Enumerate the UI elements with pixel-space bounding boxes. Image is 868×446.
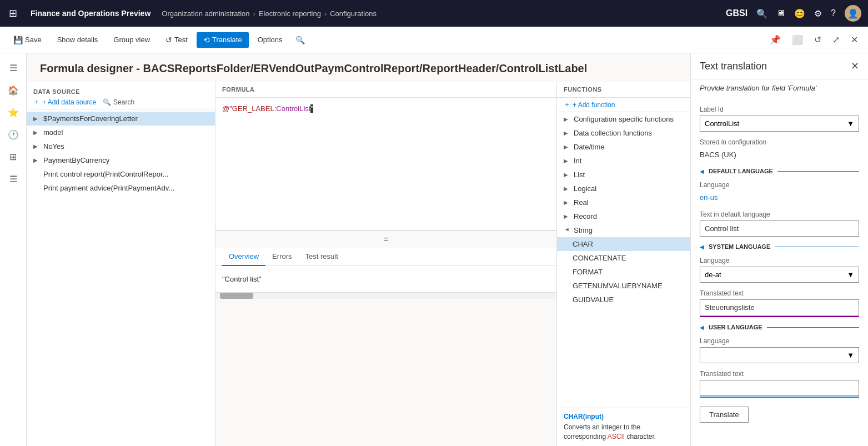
user-lang-dropdown[interactable]: ▼ <box>700 347 859 363</box>
data-source-tree: ▶ $PaymentsForCoveringLetter ▶ model ▶ N… <box>27 109 215 446</box>
func-item-string[interactable]: ▼ String <box>557 223 690 237</box>
tab-errors[interactable]: Errors <box>265 248 298 266</box>
func-item-datetime[interactable]: ▶ Date/time <box>557 140 690 154</box>
tree-arrow-model: ▶ <box>33 129 40 136</box>
label-id-dropdown[interactable]: ControlList ▼ <box>700 116 859 132</box>
top-bar: ⊞ Finance and Operations Preview Organiz… <box>0 0 868 27</box>
dropdown-chevron-system-lang: ▼ <box>847 270 854 279</box>
options-button[interactable]: Options <box>251 32 289 47</box>
translated-text-system-input[interactable] <box>700 299 859 315</box>
tree-item-model[interactable]: ▶ model <box>27 126 215 139</box>
func-item-int[interactable]: ▶ Int <box>557 154 690 168</box>
sidebar-home-icon[interactable]: 🏠 <box>3 80 23 100</box>
func-item-real[interactable]: ▶ Real <box>557 196 690 209</box>
smiley-icon[interactable]: 😊 <box>794 8 805 19</box>
notifications-icon[interactable]: 🖥 <box>776 8 785 18</box>
settings-icon[interactable]: ⚙ <box>814 8 822 19</box>
system-lang-dropdown[interactable]: de-at ▼ <box>700 267 859 283</box>
search-icon[interactable]: 🔍 <box>756 8 767 19</box>
top-bar-right: GBSI 🔍 🖥 😊 ⚙ ? 👤 <box>726 5 861 22</box>
tree-item-payments[interactable]: ▶ $PaymentsForCoveringLetter <box>27 112 215 126</box>
tree-item-payment-currency[interactable]: ▶ PaymentByCurrency <box>27 153 215 167</box>
func-item-format[interactable]: FORMAT <box>557 265 690 279</box>
close-translation-button[interactable]: ✕ <box>851 60 859 72</box>
func-arrow-list: ▶ <box>564 172 570 178</box>
func-item-datacollection[interactable]: ▶ Data collection functions <box>557 126 690 140</box>
content-area: Formula designer - BACSReportsFolder/ERV… <box>27 53 690 446</box>
group-view-button[interactable]: Group view <box>107 32 157 47</box>
func-item-char[interactable]: CHAR <box>557 237 690 251</box>
func-item-record[interactable]: ▶ Record <box>557 209 690 223</box>
functions-tree: ▶ Configuration specific functions ▶ Dat… <box>557 112 690 408</box>
system-lang-divider-line <box>775 247 859 247</box>
refresh-button[interactable]: ↺ <box>811 32 825 47</box>
translate-button[interactable]: ⟲ Translate <box>197 32 249 48</box>
collapse-default-icon[interactable]: ◀ <box>700 168 704 174</box>
add-data-source-button[interactable]: ＋ + Add data source <box>33 97 96 107</box>
translation-title: Text translation <box>700 61 767 72</box>
func-item-list[interactable]: ▶ List <box>557 168 690 182</box>
org-badge: GBSI <box>726 8 747 18</box>
user-lang-divider-line <box>767 327 859 328</box>
func-item-getenumval[interactable]: GETENUMVALUEBYNAME <box>557 279 690 293</box>
sidebar-star-icon[interactable]: ⭐ <box>3 102 23 122</box>
translated-text-user-input[interactable] <box>700 380 859 396</box>
func-item-logical[interactable]: ▶ Logical <box>557 182 690 196</box>
breadcrumb-configs[interactable]: Configurations <box>330 9 377 18</box>
tab-test-result[interactable]: Test result <box>299 248 345 266</box>
user-lang-section-title: USER LANGUAGE <box>709 324 762 330</box>
func-arrow-logical: ▶ <box>564 186 570 192</box>
test-icon: ↺ <box>165 36 172 44</box>
func-item-concatenate[interactable]: CONCATENATE <box>557 251 690 265</box>
pin-button[interactable]: 📌 <box>766 32 784 47</box>
func-arrow-dt: ▶ <box>564 144 570 150</box>
tree-label-pct: Print control report(PrintControlRepor..… <box>43 170 168 178</box>
search-icon-ds: 🔍 <box>103 98 111 106</box>
user-lang-section-divider: ◀ USER LANGUAGE <box>700 324 859 330</box>
save-icon: 💾 <box>13 36 23 44</box>
horizontal-scrollbar[interactable] <box>215 292 556 299</box>
text-default-lang-input[interactable] <box>700 221 859 237</box>
save-button[interactable]: 💾 Save <box>7 32 48 48</box>
grid-icon[interactable]: ⊞ <box>7 5 19 22</box>
tree-arrow-pc: ▶ <box>33 157 40 163</box>
avatar[interactable]: 👤 <box>845 5 861 22</box>
func-item-guidval[interactable]: GUIDVALUE <box>557 293 690 307</box>
tree-item-print-payment[interactable]: Print payment advice(PrintPaymentAdv... <box>27 181 215 195</box>
tree-item-noyes[interactable]: ▶ NoYes <box>27 139 215 153</box>
breadcrumb-org[interactable]: Organization administration <box>162 9 249 18</box>
sidebar-clock-icon[interactable]: 🕐 <box>3 124 23 144</box>
func-arrow-real: ▶ <box>564 199 570 206</box>
collapse-system-icon[interactable]: ◀ <box>700 244 704 250</box>
sidebar-list-icon[interactable]: ☰ <box>3 169 23 189</box>
sidebar-menu-icon[interactable]: ☰ <box>3 58 23 78</box>
default-lang-section-divider: ◀ DEFAULT LANGUAGE <box>700 168 859 174</box>
tree-item-print-control[interactable]: Print control report(PrintControlRepor..… <box>27 167 215 181</box>
func-arrow-dc: ▶ <box>564 130 570 136</box>
help-icon[interactable]: ? <box>831 8 836 18</box>
tree-arrow-noyes: ▶ <box>33 143 40 149</box>
add-function-button[interactable]: ＋ + Add function <box>564 100 615 109</box>
close-window-button[interactable]: ✕ <box>847 32 861 47</box>
translation-body: Label Id ControlList ▼ Stored in configu… <box>691 99 868 432</box>
data-source-panel: DATA SOURCE ＋ + Add data source 🔍 Search <box>27 82 215 446</box>
translation-panel: Text translation ✕ Provide translation f… <box>690 53 868 446</box>
collapse-user-icon[interactable]: ◀ <box>700 324 704 330</box>
formula-editor[interactable]: @"GER_LABEL:ControlList" <box>215 98 556 231</box>
data-source-label: DATA SOURCE <box>33 84 208 97</box>
popout-button[interactable]: ⤢ <box>829 32 843 47</box>
page-title: Formula designer - BACSReportsFolder/ERV… <box>40 62 677 75</box>
search-data-source-button[interactable]: 🔍 Search <box>103 97 134 107</box>
tab-overview[interactable]: Overview <box>222 248 265 266</box>
func-item-config[interactable]: ▶ Configuration specific functions <box>557 112 690 126</box>
show-details-button[interactable]: Show details <box>51 32 105 47</box>
func-desc-text: Converts an integer to the corresponding… <box>564 423 684 442</box>
toolbar-search-button[interactable]: 🔍 <box>295 36 305 44</box>
test-button[interactable]: ↺ Test <box>159 32 194 48</box>
sidebar-grid-icon[interactable]: ⊞ <box>3 147 23 167</box>
expand-button[interactable]: ⬜ <box>789 32 806 47</box>
translate-button[interactable]: Translate <box>700 407 749 423</box>
tree-label-payments: $PaymentsForCoveringLetter <box>43 114 138 123</box>
system-lang-section-divider: ◀ SYSTEM LANGUAGE <box>700 243 859 250</box>
breadcrumb-electronic[interactable]: Electronic reporting <box>259 9 321 18</box>
